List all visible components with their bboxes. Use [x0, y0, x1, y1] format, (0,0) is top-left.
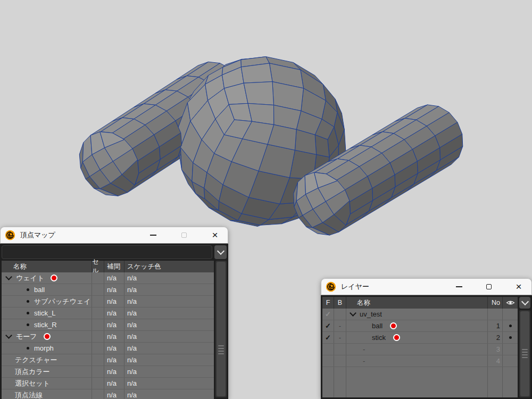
- vertex-map-row[interactable]: stick_Rn/an/a: [2, 319, 214, 331]
- layer-label: uv_test: [360, 310, 382, 318]
- sel-cell: [92, 378, 104, 389]
- column-header-name: 名称: [346, 297, 488, 309]
- layer-row[interactable]: ✓-ball1: [322, 320, 518, 332]
- vertex-map-row[interactable]: stick_Ln/an/a: [2, 307, 214, 319]
- layer-row[interactable]: ✓uv_test: [322, 309, 518, 320]
- vertex-map-menu-button[interactable]: [214, 245, 227, 259]
- visibility-cell[interactable]: [503, 332, 518, 343]
- sketch-color-cell: n/a: [124, 284, 214, 295]
- scrollbar-grip-icon: [522, 347, 528, 360]
- sel-cell: [92, 366, 104, 377]
- interp-cell: n/a: [104, 354, 124, 365]
- map-label: 選択セット: [15, 379, 50, 388]
- freeze-cell[interactable]: [322, 355, 334, 367]
- scrollbar-grip-icon: [218, 344, 224, 356]
- freeze-check-icon[interactable]: ✓: [325, 334, 331, 342]
- sel-cell: [92, 284, 104, 295]
- interp-cell: n/a: [104, 331, 124, 342]
- vertex-map-scrollbar[interactable]: [215, 261, 227, 397]
- vertex-map-row[interactable]: サブパッチウェイトn/an/a: [2, 296, 214, 307]
- map-label: morph: [34, 344, 54, 352]
- layer-row[interactable]: -3: [322, 344, 518, 355]
- freeze-cell[interactable]: ✓: [322, 309, 334, 320]
- freeze-cell[interactable]: ✓: [322, 320, 334, 331]
- collapse-arrow-icon[interactable]: [5, 332, 12, 339]
- b-cell[interactable]: [334, 309, 346, 320]
- layer-label: stick: [372, 334, 386, 342]
- layer-titlebar[interactable]: レイヤー ×: [321, 278, 532, 295]
- layer-table-filler: [322, 367, 518, 397]
- freeze-cell[interactable]: [322, 344, 334, 355]
- layer-label: ball: [372, 322, 383, 330]
- layer-scrollbar[interactable]: [519, 310, 530, 397]
- close-button[interactable]: ×: [211, 231, 219, 239]
- maximize-button[interactable]: [180, 231, 188, 239]
- map-label: モーフ: [16, 332, 37, 342]
- b-cell[interactable]: -: [334, 320, 346, 331]
- current-layer-dot[interactable]: [390, 322, 397, 329]
- bullet-icon: [27, 300, 29, 303]
- visibility-cell[interactable]: [503, 344, 518, 355]
- bullet-icon: [27, 347, 29, 350]
- sel-cell: [92, 389, 104, 399]
- b-cell[interactable]: [334, 344, 346, 355]
- layer-menu-button[interactable]: [519, 297, 530, 309]
- active-map-dot[interactable]: [44, 333, 51, 340]
- interp-cell: n/a: [104, 366, 124, 377]
- visibility-cell[interactable]: [503, 320, 518, 331]
- layer-window: レイヤー × F B 名称 No: [321, 278, 532, 399]
- maximize-button[interactable]: [485, 282, 493, 291]
- vertex-map-row[interactable]: ウェイトn/an/a: [2, 272, 214, 284]
- sketch-color-cell: n/a: [124, 378, 214, 389]
- vertex-map-row[interactable]: morphn/an/a: [2, 343, 214, 354]
- scrollbar-thumb[interactable]: [217, 262, 226, 396]
- minimize-button[interactable]: [455, 282, 463, 291]
- visibility-cell[interactable]: [503, 355, 518, 367]
- layer-row[interactable]: ✓-stick2: [322, 332, 518, 344]
- vertex-map-row[interactable]: 選択セットn/an/a: [2, 378, 214, 389]
- sel-cell: [92, 307, 104, 319]
- sketch-color-cell: n/a: [124, 343, 214, 354]
- vertex-map-row[interactable]: balln/an/a: [2, 284, 214, 296]
- sel-cell: [92, 296, 104, 307]
- column-header-sel: セル: [92, 261, 104, 272]
- window-title: 頂点マップ: [20, 230, 55, 240]
- vertex-map-row[interactable]: テクスチャーn/an/a: [2, 354, 214, 366]
- collapse-arrow-icon[interactable]: [350, 310, 356, 317]
- vertex-map-selector[interactable]: [2, 245, 212, 259]
- bullet-icon: [27, 312, 29, 314]
- sketch-color-cell: n/a: [124, 296, 214, 307]
- b-cell[interactable]: [334, 355, 346, 367]
- layer-number-cell: 1: [488, 320, 503, 331]
- layer-number-cell: [488, 309, 503, 320]
- active-map-dot[interactable]: [51, 275, 57, 281]
- freeze-cell[interactable]: ✓: [322, 332, 334, 343]
- b-cell[interactable]: -: [334, 332, 346, 343]
- close-icon: ×: [516, 282, 521, 291]
- visibility-cell[interactable]: [503, 309, 518, 320]
- vertex-map-table-header: 名称 セル 補間 スケッチ色: [2, 261, 214, 272]
- minimize-button[interactable]: [149, 231, 157, 239]
- freeze-check-icon[interactable]: ✓: [325, 322, 331, 330]
- column-header-freeze: F: [322, 297, 334, 309]
- collapse-arrow-icon[interactable]: [5, 273, 12, 280]
- sketch-color-cell: n/a: [124, 389, 214, 399]
- freeze-check-icon[interactable]: ✓: [325, 310, 331, 318]
- chevron-down-icon: [521, 298, 528, 305]
- current-layer-dot[interactable]: [393, 334, 400, 341]
- close-button[interactable]: ×: [514, 282, 523, 291]
- sketch-color-cell: n/a: [124, 319, 214, 330]
- vertex-map-row[interactable]: 頂点カラーn/an/a: [2, 366, 214, 378]
- layer-table: F B 名称 No ✓uv_test✓-ball1✓-stick2-3-4: [322, 297, 518, 397]
- bullet-icon: [27, 288, 29, 291]
- vertex-map-titlebar[interactable]: 頂点マップ ×: [0, 227, 228, 244]
- vertex-map-row[interactable]: 頂点法線n/an/a: [2, 389, 214, 399]
- column-header-name: 名称: [2, 261, 92, 272]
- layer-row[interactable]: -4: [322, 355, 518, 367]
- vertex-map-row[interactable]: モーフn/an/a: [2, 331, 214, 343]
- scrollbar-thumb[interactable]: [520, 311, 529, 396]
- interp-cell: n/a: [104, 343, 124, 354]
- interp-cell: n/a: [104, 296, 124, 307]
- app-screen: 頂点マップ × 名称 セル 補間 スケッチ色: [0, 0, 532, 399]
- map-label: テクスチャー: [15, 355, 57, 365]
